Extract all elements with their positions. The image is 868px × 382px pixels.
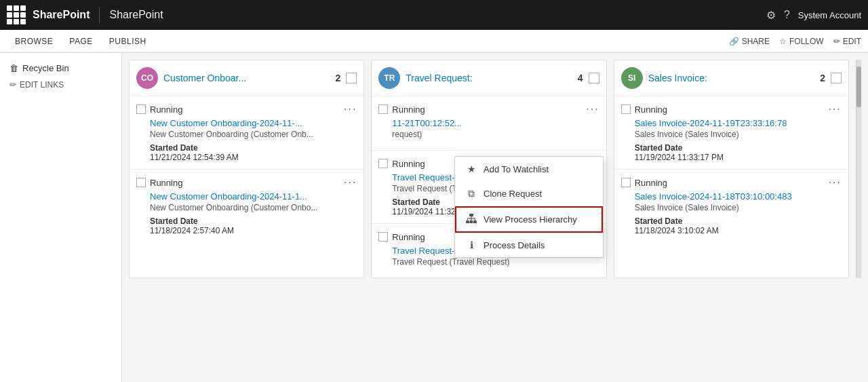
dropdown-process-details[interactable]: ℹ Process Details (455, 233, 603, 257)
si-card1-subtitle: Sales Invoice (Sales Invoice) (621, 130, 842, 139)
svg-rect-3 (473, 221, 477, 223)
sidebar-edit-links[interactable]: ✏ EDIT LINKS (0, 77, 121, 93)
si-card2-menu[interactable]: ··· (829, 176, 842, 189)
co-card2-date-label: Started Date (136, 216, 357, 226)
follow-icon: ☆ (779, 37, 787, 46)
column-co: CO Customer Onboar... 2 Running ··· New … (129, 60, 364, 278)
si-card2-status: Running (635, 178, 825, 188)
help-icon[interactable]: ? (784, 9, 790, 21)
column-co-header: CO Customer Onboar... 2 (130, 60, 363, 96)
co-card2-checkbox[interactable] (136, 178, 146, 187)
co-card1-title[interactable]: New Customer Onboarding-2024-11-... (136, 118, 357, 128)
tr-title[interactable]: Travel Request: (406, 73, 572, 83)
co-title[interactable]: Customer Onboar... (163, 73, 330, 83)
co-card2-date-value: 11/18/2024 2:57:40 AM (136, 226, 357, 235)
si-card2-checkbox[interactable] (621, 178, 631, 187)
co-card1-date-value: 11/21/2024 12:54:39 AM (136, 153, 357, 162)
svg-rect-2 (470, 221, 473, 223)
share-icon: 🔗 (729, 37, 739, 46)
tr-card1-checkbox[interactable] (378, 104, 388, 114)
svg-rect-0 (469, 214, 473, 216)
tr-card1-subtitle: request) (378, 130, 599, 139)
details-icon: ℹ (466, 240, 477, 250)
co-card1-status: Running (150, 104, 340, 115)
si-card1-date-label: Started Date (621, 143, 842, 153)
tab-publish[interactable]: PUBLISH (101, 30, 155, 53)
svg-rect-1 (466, 221, 469, 223)
follow-action[interactable]: ☆ FOLLOW (779, 37, 824, 46)
si-badge: SI (621, 67, 643, 89)
co-count: 2 (336, 73, 341, 83)
tab-browse[interactable]: BROWSE (7, 30, 61, 53)
dropdown-clone-request[interactable]: ⧉ Clone Request (455, 181, 603, 206)
co-card-2: Running ··· New Customer Onboarding-2024… (130, 170, 363, 242)
tr-card1-title[interactable]: 11-21T00:12:52... (378, 118, 599, 128)
si-card2-subtitle: Sales Invoice (Sales Invoice) (621, 203, 842, 212)
si-card1-checkbox[interactable] (621, 104, 631, 114)
clone-icon: ⧉ (466, 188, 477, 199)
si-card1-title[interactable]: Sales Invoice-2024-11-19T23:33:16:78 (621, 118, 842, 128)
hierarchy-icon (466, 213, 477, 226)
share-action[interactable]: 🔗 SHARE (729, 37, 770, 46)
co-card1-date-label: Started Date (136, 143, 357, 153)
column-si: SI Sales Invoice: 2 Running ··· Sales In… (614, 60, 849, 278)
si-select-all[interactable] (831, 73, 842, 83)
column-si-header: SI Sales Invoice: 2 (614, 60, 848, 96)
main-content: CO Customer Onboar... 2 Running ··· New … (122, 53, 868, 382)
tr-card1-menu[interactable]: ··· (586, 103, 599, 115)
tr-card2-checkbox[interactable] (378, 159, 388, 168)
ribbon-bar: BROWSE PAGE PUBLISH 🔗 SHARE ☆ FOLLOW ✏ E… (0, 30, 868, 53)
co-card-1: Running ··· New Customer Onboarding-2024… (130, 96, 363, 170)
waffle-menu-icon[interactable] (7, 5, 26, 24)
column-tr-header: TR Travel Request: 4 (372, 60, 606, 96)
tr-select-all[interactable] (589, 73, 599, 83)
recycle-bin-icon: 🗑 (9, 63, 18, 73)
si-card1-status: Running (635, 104, 825, 115)
co-card1-checkbox[interactable] (136, 104, 146, 114)
si-card1-date-value: 11/19/2024 11:33:17 PM (621, 153, 842, 162)
tr-badge: TR (378, 67, 400, 89)
site-title: SharePoint (109, 9, 163, 21)
si-card2-date-label: Started Date (621, 216, 842, 226)
si-card2-date-value: 11/18/2024 3:10:02 AM (621, 226, 842, 235)
sidebar-item-recycle-bin[interactable]: 🗑 Recycle Bin (0, 60, 121, 77)
si-card2-title[interactable]: Sales Invoice-2024-11-18T03:10:00:483 (621, 191, 842, 202)
account-label[interactable]: System Account (798, 10, 861, 20)
scroll-bar[interactable] (856, 60, 861, 278)
tr-card-1: Running ··· 11-21T00:12:52... request) (372, 96, 606, 151)
si-count: 2 (820, 73, 825, 83)
context-dropdown-menu: ★ Add To Watchlist ⧉ Clone Request (454, 156, 604, 258)
co-card2-menu[interactable]: ··· (344, 176, 357, 189)
si-card1-menu[interactable]: ··· (829, 103, 842, 115)
nav-right: ⚙ ? System Account (766, 9, 861, 22)
si-card-1: Running ··· Sales Invoice-2024-11-19T23:… (614, 96, 848, 170)
settings-icon[interactable]: ⚙ (766, 9, 776, 22)
co-card2-subtitle: New Customer Onboarding (Customer Onbo..… (136, 203, 357, 212)
nav-divider (99, 7, 100, 23)
tr-count: 4 (578, 73, 583, 83)
co-card2-title[interactable]: New Customer Onboarding-2024-11-1... (136, 191, 357, 202)
edit-icon: ✏ (833, 37, 840, 46)
scroll-thumb[interactable] (856, 66, 861, 107)
top-nav: SharePoint SharePoint ⚙ ? System Account (0, 0, 868, 30)
watchlist-icon: ★ (466, 164, 477, 174)
co-card1-subtitle: New Customer Onboarding (Customer Onb... (136, 130, 357, 139)
tr-card3-checkbox[interactable] (378, 232, 388, 242)
edit-links-icon: ✏ (9, 80, 16, 90)
co-badge: CO (136, 67, 158, 89)
page-layout: 🗑 Recycle Bin ✏ EDIT LINKS CO Customer O… (0, 53, 868, 382)
co-card1-menu[interactable]: ··· (344, 103, 357, 115)
ribbon-actions: 🔗 SHARE ☆ FOLLOW ✏ EDIT (729, 37, 861, 46)
si-card-2: Running ··· Sales Invoice-2024-11-18T03:… (614, 170, 848, 242)
tab-page[interactable]: PAGE (61, 30, 100, 53)
co-select-all[interactable] (346, 73, 357, 83)
dropdown-add-watchlist[interactable]: ★ Add To Watchlist (455, 157, 603, 181)
sidebar: 🗑 Recycle Bin ✏ EDIT LINKS (0, 53, 122, 382)
co-card2-status: Running (150, 178, 340, 188)
tr-card1-status: Running (392, 104, 582, 115)
app-title: SharePoint (33, 9, 90, 21)
dropdown-view-process-hierarchy[interactable]: View Process Hierarchy (455, 206, 603, 233)
si-title[interactable]: Sales Invoice: (648, 73, 815, 83)
tr-card3-subtitle: Travel Request (Travel Request) (378, 257, 599, 267)
edit-action[interactable]: ✏ EDIT (833, 37, 861, 46)
